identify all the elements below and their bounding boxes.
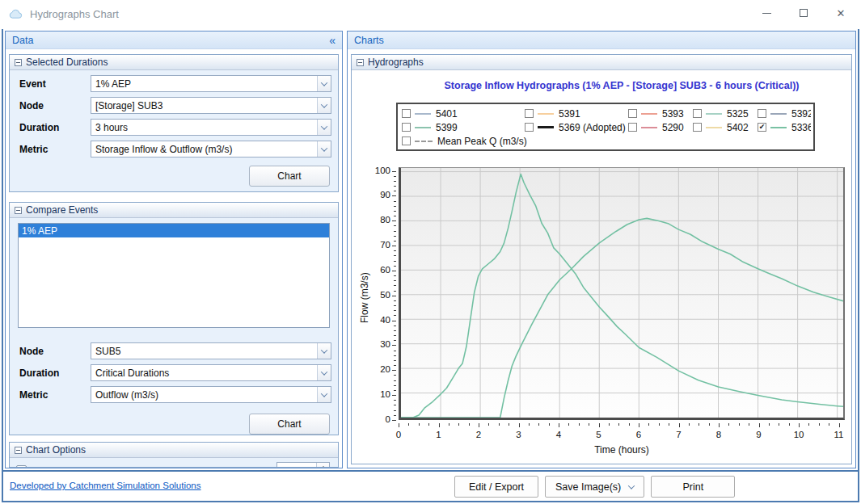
- print-button[interactable]: Print: [651, 476, 735, 498]
- hydrographs-header[interactable]: Hydrographs: [352, 55, 851, 70]
- legend-item[interactable]: 5393: [628, 108, 693, 120]
- y-tick-label: 30: [352, 339, 390, 349]
- legend-checkbox[interactable]: [402, 109, 411, 118]
- chart-options-header[interactable]: Chart Options: [10, 443, 338, 458]
- close-button[interactable]: ✕: [822, 0, 859, 26]
- tick-mark: [449, 423, 449, 426]
- legend-item[interactable]: 5392: [758, 108, 811, 120]
- legend-checkbox[interactable]: [628, 109, 637, 118]
- compare-events-header[interactable]: Compare Events: [10, 203, 338, 218]
- selected-durations-header[interactable]: Selected Durations: [10, 55, 338, 70]
- duration-dropdown-button[interactable]: [317, 120, 331, 135]
- legend-item[interactable]: 5391: [525, 108, 628, 120]
- node-dropdown[interactable]: [Storage] SUB3: [91, 97, 331, 114]
- legend-item[interactable]: ✔5336: [758, 122, 811, 133]
- flag-embedded-bursts-checkbox[interactable]: [16, 465, 27, 468]
- legend-line-swatch: [538, 126, 554, 128]
- legend-checkbox[interactable]: [693, 109, 702, 118]
- tick-mark: [759, 423, 760, 427]
- chevron-down-icon: [321, 101, 327, 107]
- legend-item[interactable]: 5325: [693, 108, 758, 120]
- tick-mark: [829, 423, 829, 426]
- plot-area[interactable]: [399, 167, 845, 420]
- metric-dropdown[interactable]: Storage Inflow & Outflow (m3/s): [91, 141, 331, 158]
- legend-checkbox[interactable]: [402, 136, 411, 145]
- maximize-button[interactable]: [785, 0, 822, 26]
- compare-metric-dropdown[interactable]: Outflow (m3/s): [91, 386, 331, 403]
- minimize-button[interactable]: [748, 0, 785, 26]
- compare-events-title: Compare Events: [26, 204, 98, 216]
- developer-link[interactable]: Developed by Catchment Simulation Soluti…: [10, 481, 201, 490]
- list-item[interactable]: 1% AEP: [19, 224, 329, 237]
- tick-mark: [394, 410, 396, 411]
- tick-mark: [659, 423, 660, 426]
- node-dropdown-button[interactable]: [317, 98, 331, 113]
- tick-mark: [808, 423, 809, 426]
- dec-p-input[interactable]: 2: [277, 463, 316, 468]
- x-axis-label: Time (hours): [399, 444, 845, 456]
- panels-container: Data « Selected Durations Event 1% AEP: [3, 29, 858, 470]
- x-tick-label: 1: [427, 430, 451, 439]
- window-controls: ✕: [748, 0, 859, 26]
- tick-mark: [392, 220, 396, 221]
- legend-checkbox[interactable]: [628, 123, 637, 132]
- legend-item[interactable]: 5402: [693, 122, 758, 133]
- legend-item[interactable]: 5401: [402, 108, 525, 120]
- legend-item[interactable]: 5290: [628, 122, 693, 133]
- chart-button-durations[interactable]: Chart: [249, 166, 330, 187]
- legend-checkbox[interactable]: [693, 123, 702, 132]
- tick-mark: [509, 423, 509, 426]
- legend-line-swatch: [415, 127, 431, 128]
- tick-mark: [589, 423, 589, 426]
- legend-line-swatch: [415, 141, 433, 142]
- tick-mark: [549, 423, 550, 426]
- chart-button-compare[interactable]: Chart: [249, 414, 330, 435]
- tick-mark: [394, 275, 396, 276]
- collapse-panel-button[interactable]: «: [329, 35, 336, 46]
- dec-p-spin-buttons[interactable]: [316, 463, 329, 468]
- legend-item[interactable]: Mean Peak Q (m3/s): [402, 136, 527, 147]
- compare-duration-dropdown[interactable]: Critical Durations: [91, 364, 331, 381]
- legend-checkbox[interactable]: [402, 123, 411, 132]
- spin-up-icon[interactable]: [321, 466, 326, 468]
- legend-line-swatch: [770, 113, 787, 115]
- collapse-group-icon[interactable]: [357, 59, 364, 66]
- legend-checkbox[interactable]: [525, 109, 534, 118]
- legend-item[interactable]: 5399: [402, 122, 525, 133]
- tick-mark: [394, 231, 396, 232]
- event-dropdown-button[interactable]: [317, 76, 331, 91]
- duration-dropdown[interactable]: 3 hours: [91, 119, 331, 136]
- legend-checkbox[interactable]: [525, 123, 534, 132]
- compare-node-dropdown-button[interactable]: [317, 343, 331, 359]
- compare-events-list[interactable]: 1% AEP: [18, 223, 330, 328]
- compare-duration-dropdown-button[interactable]: [317, 365, 331, 380]
- compare-duration-value: Critical Durations: [91, 368, 317, 379]
- tick-mark: [408, 423, 409, 426]
- hydrograph-curves: [401, 168, 843, 418]
- tick-mark: [538, 423, 539, 426]
- tick-mark: [689, 423, 690, 426]
- event-dropdown[interactable]: 1% AEP: [91, 75, 331, 92]
- tick-mark: [479, 423, 479, 427]
- save-images-button[interactable]: Save Image(s): [545, 476, 644, 498]
- collapse-group-icon[interactable]: [15, 447, 22, 454]
- edit-export-button[interactable]: Edit / Export: [454, 476, 538, 498]
- compare-metric-dropdown-button[interactable]: [317, 387, 331, 402]
- compare-events-group: Compare Events 1% AEP Node SUB5: [9, 202, 339, 435]
- collapse-group-icon[interactable]: [15, 207, 22, 214]
- legend-item[interactable]: 5369 (Adopted): [525, 122, 628, 133]
- collapse-group-icon[interactable]: [15, 59, 22, 66]
- metric-dropdown-button[interactable]: [317, 141, 331, 157]
- legend-item-label: 5290: [662, 122, 684, 133]
- legend-checkbox[interactable]: [758, 109, 766, 118]
- chevron-down-icon: [321, 79, 327, 86]
- duration-field-row: Duration 3 hours: [16, 119, 331, 136]
- compare-node-dropdown[interactable]: SUB5: [91, 342, 331, 359]
- legend-checkbox[interactable]: ✔: [758, 123, 766, 132]
- legend-row: 53995369 (Adopted)52905402✔5336: [402, 120, 810, 134]
- charts-panel-title: Charts: [354, 35, 384, 46]
- selected-durations-group: Selected Durations Event 1% AEP Node: [9, 54, 339, 192]
- dec-p-spinner[interactable]: 2: [276, 462, 330, 468]
- tick-mark: [519, 423, 520, 427]
- x-tick-label: 6: [627, 430, 651, 439]
